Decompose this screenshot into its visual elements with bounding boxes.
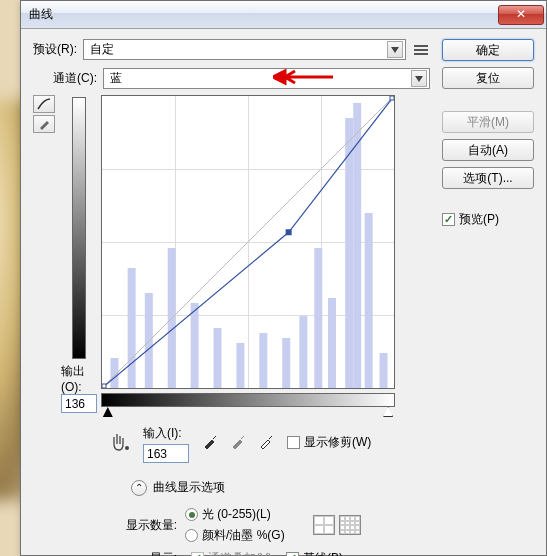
curve-line [102,96,394,388]
curves-dialog: 曲线 ✕ 预设(R): 自定 通道(C): 蓝 [20,0,547,556]
svg-line-19 [102,96,394,388]
cancel-button[interactable]: 复位 [442,67,534,89]
show-label: 显示: [121,550,177,556]
target-adjust-tool[interactable] [109,430,133,454]
preview-label: 预览(P) [459,211,499,228]
input-input[interactable] [143,444,189,463]
disclosure-label: 曲线显示选项 [153,479,225,496]
light-radio[interactable] [185,508,198,521]
svg-rect-0 [414,45,428,47]
chevron-down-icon [387,41,403,58]
titlebar[interactable]: 曲线 ✕ [21,1,546,29]
window-title: 曲线 [29,6,498,23]
input-label: 输入(I): [143,425,189,442]
white-point-slider[interactable] [383,407,393,417]
svg-point-23 [125,446,129,450]
channel-combo[interactable]: 蓝 [103,68,430,89]
black-eyedropper[interactable] [199,431,221,453]
auto-button[interactable]: 自动(A) [442,139,534,161]
black-point-slider[interactable] [103,407,113,417]
grid-detailed-icon[interactable] [339,515,361,535]
baseline-checkbox[interactable] [286,552,299,556]
curve-graph[interactable] [101,95,395,389]
disclosure-toggle[interactable]: ⌃ [131,480,147,496]
options-button[interactable]: 选项(T)... [442,167,534,189]
red-arrow-annotation [273,67,333,90]
show-clipping-label: 显示修剪(W) [304,434,371,451]
output-label: 输出(O): [61,363,97,394]
preset-menu-icon[interactable] [412,41,430,59]
output-gradient [72,97,86,359]
svg-rect-21 [390,96,394,100]
preset-combo[interactable]: 自定 [83,39,406,60]
chevron-down-icon [411,70,427,87]
gray-eyedropper[interactable] [227,431,249,453]
preset-label: 预设(R): [33,41,77,58]
svg-rect-2 [414,53,428,55]
pigment-radio[interactable] [185,529,198,542]
grid-simple-icon[interactable] [313,515,335,535]
svg-rect-1 [414,49,428,51]
white-eyedropper[interactable] [255,431,277,453]
ok-button[interactable]: 确定 [442,39,534,61]
curve-point-tool[interactable] [33,95,55,113]
show-clipping-checkbox[interactable] [287,436,300,449]
svg-rect-22 [286,229,292,235]
channel-label: 通道(C): [53,70,97,87]
channel-overlay-checkbox[interactable] [191,552,204,556]
input-gradient[interactable] [101,393,395,407]
preview-checkbox[interactable] [442,213,455,226]
curve-pencil-tool[interactable] [33,115,55,133]
display-amount-label: 显示数量: [121,517,177,534]
smooth-button: 平滑(M) [442,111,534,133]
preset-value: 自定 [90,41,387,58]
svg-rect-20 [102,384,106,388]
output-input[interactable] [61,394,97,413]
close-button[interactable]: ✕ [498,5,544,25]
channel-value: 蓝 [110,70,411,87]
